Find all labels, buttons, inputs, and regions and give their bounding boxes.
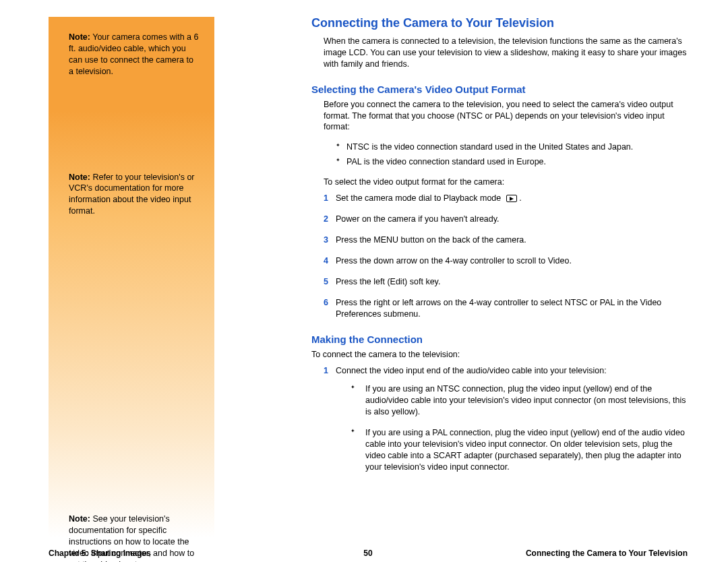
list-item: PAL is the video connection standard use… xyxy=(336,156,688,168)
list-item: If you are using an NTSC connection, plu… xyxy=(351,383,688,418)
note-1: Note: Your camera comes with a 6 ft. aud… xyxy=(69,32,200,77)
note-label: Note: xyxy=(69,32,90,42)
step-text: Set the camera mode dial to Playback mod… xyxy=(336,193,688,204)
list-item: NTSC is the video connection standard us… xyxy=(336,141,688,153)
main-content: Connecting the Camera to Your Television… xyxy=(229,0,728,562)
sidebar: Note: Your camera comes with a 6 ft. aud… xyxy=(0,0,229,562)
note-2: Note: Refer to your television's or VCR'… xyxy=(69,172,200,218)
sub-bullets: If you are using an NTSC connection, plu… xyxy=(336,383,688,472)
steps-list: 1 Set the camera mode dial to Playback m… xyxy=(311,193,688,319)
step-item: 4Press the down arrow on the 4-way contr… xyxy=(324,255,688,267)
step-number: 1 xyxy=(324,365,336,377)
step-text: Press the MENU button on the back of the… xyxy=(336,235,688,246)
section1-paragraph: Before you connect the camera to the tel… xyxy=(311,99,688,133)
sidebar-content: Note: Your camera comes with a 6 ft. aud… xyxy=(0,17,213,562)
note-label: Note: xyxy=(69,173,90,182)
step-text: Press the down arrow on the 4-way contro… xyxy=(336,255,688,267)
step-item: 1 Set the camera mode dial to Playback m… xyxy=(324,193,688,204)
step-item: 3Press the MENU button on the back of th… xyxy=(324,235,688,246)
page: Note: Your camera comes with a 6 ft. aud… xyxy=(0,0,728,562)
step-number: 2 xyxy=(324,214,336,225)
footer-right: Connecting the Camera to Your Television xyxy=(526,549,688,558)
playback-icon xyxy=(506,195,517,202)
section-heading: Selecting the Camera's Video Output Form… xyxy=(311,84,688,95)
note-label: Note: xyxy=(69,514,90,524)
step-number: 1 xyxy=(324,193,336,204)
step-number: 3 xyxy=(324,235,336,246)
step-text-inner: Connect the video input end of the audio… xyxy=(336,366,607,375)
format-bullets: NTSC is the video connection standard us… xyxy=(311,141,688,168)
connection-steps: 1 Connect the video input end of the aud… xyxy=(311,365,688,482)
step-text: Power on the camera if you haven't alrea… xyxy=(336,214,688,225)
section-heading: Making the Connection xyxy=(311,334,688,345)
step-text: Connect the video input end of the audio… xyxy=(336,365,688,482)
page-title: Connecting the Camera to Your Television xyxy=(311,16,688,30)
step-text-inner: Set the camera mode dial to Playback mod… xyxy=(336,193,501,203)
footer-left: Chapter 5: Sharing Images xyxy=(49,549,151,558)
step-text: Press the right or left arrows on the 4-… xyxy=(336,297,688,320)
step-number: 6 xyxy=(324,297,336,309)
section1-lead: To select the video output format for th… xyxy=(311,177,688,188)
step-item: 5Press the left (Edit) soft key. xyxy=(324,276,688,288)
step-item: 2Power on the camera if you haven't alre… xyxy=(324,214,688,225)
intro-paragraph: When the camera is connected to a televi… xyxy=(311,36,688,70)
step-item: 1 Connect the video input end of the aud… xyxy=(324,365,688,482)
list-item: If you are using a PAL connection, plug … xyxy=(351,427,688,473)
section2-lead: To connect the camera to the television: xyxy=(311,349,688,361)
step-text: Press the left (Edit) soft key. xyxy=(336,276,688,288)
step-number: 4 xyxy=(324,255,336,267)
step-number: 5 xyxy=(324,276,336,288)
step-item: 6Press the right or left arrows on the 4… xyxy=(324,297,688,320)
